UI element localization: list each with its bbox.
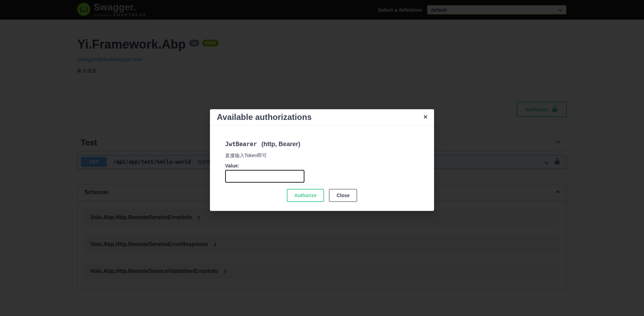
auth-scheme-heading: JwtBearer (http, Bearer) [225,141,419,148]
scheme-name: JwtBearer [225,141,257,147]
modal-authorize-button[interactable]: Authorize [287,189,324,202]
value-label: Value: [225,163,419,169]
authorizations-modal: Available authorizations ✕ JwtBearer (ht… [210,109,434,211]
scheme-description: 直接输入Token即可 [225,153,419,159]
modal-title: Available authorizations [217,112,427,122]
token-input[interactable] [225,170,304,183]
scheme-type: (http, Bearer) [261,141,300,147]
close-icon[interactable]: ✕ [423,114,428,120]
modal-close-button[interactable]: Close [329,189,357,202]
